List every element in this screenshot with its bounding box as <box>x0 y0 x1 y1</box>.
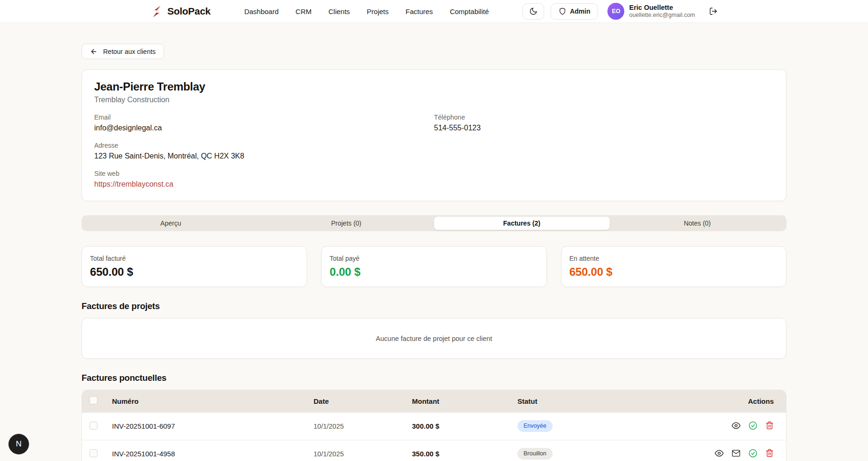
address-label: Adresse <box>94 142 774 149</box>
back-button-label: Retour aux clients <box>103 48 156 55</box>
user-email: ouellette.eric@gmail.com <box>629 12 695 19</box>
client-company: Tremblay Construction <box>94 96 774 104</box>
check-circle-icon[interactable] <box>748 421 757 430</box>
nav-item-crm[interactable]: CRM <box>296 8 312 15</box>
client-info-card: Jean-Pierre Tremblay Tremblay Constructi… <box>82 69 786 201</box>
project-invoices-empty-card: Aucune facture de projet pour ce client <box>82 318 786 359</box>
admin-button-label: Admin <box>570 8 591 15</box>
avatar[interactable]: EO <box>607 3 624 20</box>
client-phone-field: Téléphone 514-555-0123 <box>434 113 774 132</box>
client-detail-page: Retour aux clients Jean-Pierre Tremblay … <box>82 23 786 461</box>
shield-icon <box>559 8 566 15</box>
nav-item-dashboard[interactable]: Dashboard <box>244 8 278 15</box>
admin-button[interactable]: Admin <box>551 3 599 20</box>
column-header-statut: Statut <box>514 390 664 412</box>
column-header-montant: Montant <box>408 390 514 412</box>
email-value: info@designlegal.ca <box>94 124 434 132</box>
logout-button[interactable] <box>709 7 718 15</box>
arrow-left-icon <box>90 48 97 55</box>
column-header-actions: Actions <box>664 390 786 412</box>
stat-label: Total payé <box>329 255 538 262</box>
empty-state-message: Aucune facture de projet pour ce client <box>376 335 492 342</box>
status-badge: Brouillon <box>517 448 553 460</box>
back-to-clients-button[interactable]: Retour aux clients <box>82 44 164 59</box>
stat-total-paid: Total payé 0.00 $ <box>321 246 546 287</box>
select-all-checkbox[interactable] <box>90 396 97 404</box>
email-label: Email <box>94 113 434 121</box>
row-checkbox[interactable] <box>90 422 97 430</box>
user-name: Eric Ouellette <box>629 3 695 12</box>
stat-total-invoiced: Total facturé 650.00 $ <box>82 246 307 287</box>
nav-item-projets[interactable]: Projets <box>367 8 389 15</box>
stat-value: 650.00 $ <box>569 265 778 279</box>
phone-value: 514-555-0123 <box>434 124 774 132</box>
eye-icon[interactable] <box>732 421 741 430</box>
invoice-amount: 300.00 $ <box>408 412 514 440</box>
theme-toggle-button[interactable] <box>523 3 544 20</box>
status-badge: Envoyée <box>517 420 553 432</box>
invoice-date: 10/1/2025 <box>310 412 408 440</box>
user-menu[interactable]: EO Eric Ouellette ouellette.eric@gmail.c… <box>607 3 695 20</box>
invoice-date: 10/1/2025 <box>310 440 408 461</box>
brand[interactable]: SoloPack <box>150 5 210 18</box>
column-header-numero: Numéro <box>108 390 310 412</box>
stat-value: 0.00 $ <box>329 265 538 279</box>
check-circle-icon[interactable] <box>748 449 757 458</box>
tab-notes[interactable]: Notes (0) <box>610 217 786 230</box>
nav-item-comptabilite[interactable]: Comptabilité <box>450 8 489 15</box>
invoice-stats: Total facturé 650.00 $ Total payé 0.00 $… <box>82 246 786 287</box>
invoice-number: INV-20251001-4958 <box>108 440 310 461</box>
client-name: Jean-Pierre Tremblay <box>94 80 774 93</box>
client-tabs: Aperçu Projets (0) Factures (2) Notes (0… <box>82 215 786 231</box>
website-link[interactable]: https://tremblayconst.ca <box>94 180 173 188</box>
stat-pending: En attente 650.00 $ <box>561 246 786 287</box>
tab-projets[interactable]: Projets (0) <box>259 217 434 230</box>
invoice-amount: 350.00 $ <box>408 440 514 461</box>
eye-icon[interactable] <box>715 449 724 458</box>
client-website-field: Site web https://tremblayconst.ca <box>94 170 774 189</box>
brand-name: SoloPack <box>167 6 210 17</box>
table-row[interactable]: INV-20251001-6097 10/1/2025 300.00 $ Env… <box>82 412 786 440</box>
stat-label: Total facturé <box>90 255 299 262</box>
table-row[interactable]: INV-20251001-4958 10/1/2025 350.00 $ Bro… <box>82 440 786 461</box>
solopack-logo-icon <box>150 5 163 18</box>
website-label: Site web <box>94 170 774 177</box>
trash-icon[interactable] <box>765 449 774 457</box>
invoices-table: Numéro Date Montant Statut Actions INV-2… <box>82 390 786 461</box>
tab-apercu[interactable]: Aperçu <box>83 217 259 230</box>
logout-icon <box>709 7 718 15</box>
stat-label: En attente <box>569 255 778 262</box>
moon-icon <box>529 7 538 15</box>
project-invoices-title: Factures de projets <box>82 301 786 311</box>
client-email-field: Email info@designlegal.ca <box>94 113 434 132</box>
phone-label: Téléphone <box>434 113 774 121</box>
main-nav: Dashboard CRM Clients Projets Factures C… <box>244 8 509 15</box>
table-header-row: Numéro Date Montant Statut Actions <box>82 390 786 412</box>
row-checkbox[interactable] <box>90 449 97 457</box>
dev-overlay-button[interactable]: N <box>8 434 29 454</box>
mail-icon[interactable] <box>732 449 741 458</box>
top-navbar: SoloPack Dashboard CRM Clients Projets F… <box>0 0 868 23</box>
trash-icon[interactable] <box>765 421 774 430</box>
address-value: 123 Rue Saint-Denis, Montréal, QC H2X 3K… <box>94 152 774 160</box>
nav-item-clients[interactable]: Clients <box>329 8 350 15</box>
tab-factures[interactable]: Factures (2) <box>434 217 610 230</box>
column-header-date: Date <box>310 390 408 412</box>
client-address-field: Adresse 123 Rue Saint-Denis, Montréal, Q… <box>94 142 774 160</box>
nav-item-factures[interactable]: Factures <box>405 8 433 15</box>
stat-value: 650.00 $ <box>90 265 299 279</box>
invoice-number: INV-20251001-6097 <box>108 412 310 440</box>
one-time-invoices-title: Factures ponctuelles <box>82 373 786 383</box>
